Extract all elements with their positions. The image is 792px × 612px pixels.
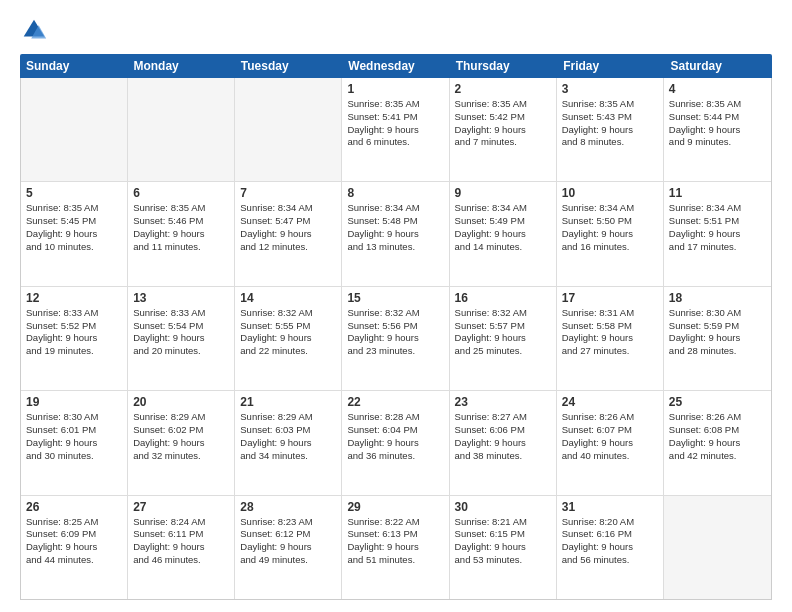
calendar-cell: 21Sunrise: 8:29 AMSunset: 6:03 PMDayligh… <box>235 391 342 494</box>
cell-line: Daylight: 9 hours <box>562 124 658 137</box>
cell-line: and 19 minutes. <box>26 345 122 358</box>
cell-line: Sunset: 6:12 PM <box>240 528 336 541</box>
calendar-cell: 11Sunrise: 8:34 AMSunset: 5:51 PMDayligh… <box>664 182 771 285</box>
day-number: 14 <box>240 291 336 305</box>
day-number: 9 <box>455 186 551 200</box>
weekday-header: Friday <box>557 54 664 78</box>
weekday-header: Saturday <box>665 54 772 78</box>
calendar-cell: 14Sunrise: 8:32 AMSunset: 5:55 PMDayligh… <box>235 287 342 390</box>
cell-line: Sunset: 5:59 PM <box>669 320 766 333</box>
cell-line: Daylight: 9 hours <box>669 228 766 241</box>
cell-line: and 7 minutes. <box>455 136 551 149</box>
calendar-cell: 18Sunrise: 8:30 AMSunset: 5:59 PMDayligh… <box>664 287 771 390</box>
cell-line: Sunrise: 8:35 AM <box>669 98 766 111</box>
cell-line: Daylight: 9 hours <box>240 228 336 241</box>
cell-line: Daylight: 9 hours <box>240 332 336 345</box>
calendar-week: 12Sunrise: 8:33 AMSunset: 5:52 PMDayligh… <box>21 287 771 391</box>
cell-line: Sunrise: 8:35 AM <box>133 202 229 215</box>
cell-line: Sunrise: 8:23 AM <box>240 516 336 529</box>
cell-line: Sunset: 5:45 PM <box>26 215 122 228</box>
cell-line: Sunset: 6:09 PM <box>26 528 122 541</box>
calendar-cell <box>235 78 342 181</box>
cell-line: Sunrise: 8:35 AM <box>347 98 443 111</box>
day-number: 20 <box>133 395 229 409</box>
cell-line: Sunrise: 8:30 AM <box>26 411 122 424</box>
day-number: 11 <box>669 186 766 200</box>
cell-line: and 32 minutes. <box>133 450 229 463</box>
calendar-week: 1Sunrise: 8:35 AMSunset: 5:41 PMDaylight… <box>21 78 771 182</box>
logo-icon <box>20 16 48 44</box>
cell-line: Sunrise: 8:35 AM <box>26 202 122 215</box>
cell-line: and 11 minutes. <box>133 241 229 254</box>
cell-line: and 49 minutes. <box>240 554 336 567</box>
cell-line: Daylight: 9 hours <box>26 541 122 554</box>
cell-line: Daylight: 9 hours <box>455 124 551 137</box>
cell-line: Sunrise: 8:30 AM <box>669 307 766 320</box>
day-number: 8 <box>347 186 443 200</box>
cell-line: Sunset: 5:57 PM <box>455 320 551 333</box>
calendar-cell: 29Sunrise: 8:22 AMSunset: 6:13 PMDayligh… <box>342 496 449 599</box>
cell-line: Sunrise: 8:34 AM <box>347 202 443 215</box>
cell-line: Sunrise: 8:26 AM <box>669 411 766 424</box>
cell-line: and 17 minutes. <box>669 241 766 254</box>
day-number: 24 <box>562 395 658 409</box>
header <box>20 16 772 44</box>
calendar-cell: 1Sunrise: 8:35 AMSunset: 5:41 PMDaylight… <box>342 78 449 181</box>
cell-line: Sunset: 6:08 PM <box>669 424 766 437</box>
cell-line: Sunset: 6:07 PM <box>562 424 658 437</box>
cell-line: Daylight: 9 hours <box>26 228 122 241</box>
cell-line: Sunset: 6:04 PM <box>347 424 443 437</box>
calendar-cell: 25Sunrise: 8:26 AMSunset: 6:08 PMDayligh… <box>664 391 771 494</box>
calendar-cell: 22Sunrise: 8:28 AMSunset: 6:04 PMDayligh… <box>342 391 449 494</box>
cell-line: Sunset: 5:47 PM <box>240 215 336 228</box>
calendar-cell: 6Sunrise: 8:35 AMSunset: 5:46 PMDaylight… <box>128 182 235 285</box>
day-number: 28 <box>240 500 336 514</box>
cell-line: Daylight: 9 hours <box>562 541 658 554</box>
cell-line: Sunset: 5:50 PM <box>562 215 658 228</box>
cell-line: Daylight: 9 hours <box>133 228 229 241</box>
weekday-header: Monday <box>127 54 234 78</box>
cell-line: and 28 minutes. <box>669 345 766 358</box>
cell-line: Sunrise: 8:32 AM <box>240 307 336 320</box>
day-number: 5 <box>26 186 122 200</box>
day-number: 13 <box>133 291 229 305</box>
cell-line: Sunset: 5:41 PM <box>347 111 443 124</box>
cell-line: and 6 minutes. <box>347 136 443 149</box>
cell-line: and 25 minutes. <box>455 345 551 358</box>
day-number: 2 <box>455 82 551 96</box>
cell-line: Daylight: 9 hours <box>669 437 766 450</box>
cell-line: Sunrise: 8:28 AM <box>347 411 443 424</box>
cell-line: Sunrise: 8:26 AM <box>562 411 658 424</box>
cell-line: and 20 minutes. <box>133 345 229 358</box>
day-number: 1 <box>347 82 443 96</box>
cell-line: Daylight: 9 hours <box>455 437 551 450</box>
cell-line: Sunset: 5:49 PM <box>455 215 551 228</box>
cell-line: Sunrise: 8:35 AM <box>455 98 551 111</box>
cell-line: Sunrise: 8:27 AM <box>455 411 551 424</box>
day-number: 4 <box>669 82 766 96</box>
cell-line: Sunset: 5:51 PM <box>669 215 766 228</box>
cell-line: Sunset: 5:48 PM <box>347 215 443 228</box>
day-number: 3 <box>562 82 658 96</box>
calendar-body: 1Sunrise: 8:35 AMSunset: 5:41 PMDaylight… <box>20 78 772 600</box>
cell-line: Sunset: 5:42 PM <box>455 111 551 124</box>
day-number: 30 <box>455 500 551 514</box>
day-number: 17 <box>562 291 658 305</box>
cell-line: and 23 minutes. <box>347 345 443 358</box>
calendar-cell: 9Sunrise: 8:34 AMSunset: 5:49 PMDaylight… <box>450 182 557 285</box>
cell-line: and 22 minutes. <box>240 345 336 358</box>
cell-line: and 51 minutes. <box>347 554 443 567</box>
day-number: 25 <box>669 395 766 409</box>
calendar-cell: 13Sunrise: 8:33 AMSunset: 5:54 PMDayligh… <box>128 287 235 390</box>
day-number: 26 <box>26 500 122 514</box>
cell-line: Sunrise: 8:34 AM <box>669 202 766 215</box>
cell-line: Daylight: 9 hours <box>669 332 766 345</box>
calendar-cell <box>128 78 235 181</box>
cell-line: Sunrise: 8:35 AM <box>562 98 658 111</box>
calendar-cell: 3Sunrise: 8:35 AMSunset: 5:43 PMDaylight… <box>557 78 664 181</box>
calendar-cell: 28Sunrise: 8:23 AMSunset: 6:12 PMDayligh… <box>235 496 342 599</box>
weekday-header: Wednesday <box>342 54 449 78</box>
calendar-cell: 7Sunrise: 8:34 AMSunset: 5:47 PMDaylight… <box>235 182 342 285</box>
cell-line: Daylight: 9 hours <box>562 228 658 241</box>
cell-line: Sunrise: 8:31 AM <box>562 307 658 320</box>
